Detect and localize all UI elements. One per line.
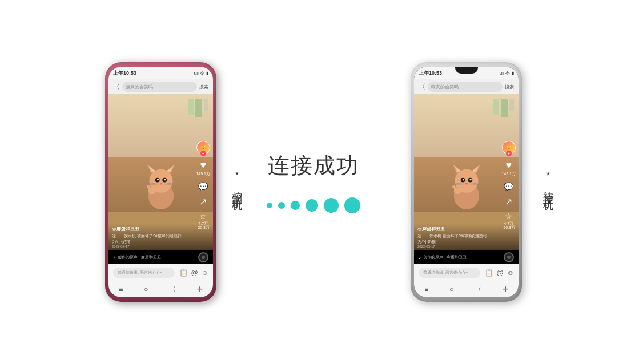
left-phone-wrapper: 上午10:53 ull 令 ▮ 〈 猫真的会笑吗 搜索 xyxy=(105,62,216,302)
right-search-input[interactable]: 猫真的会笑吗 xyxy=(428,82,503,92)
left-nav-bar: ≡ ○ 〈 ✛ xyxy=(108,281,213,297)
right-bottle3 xyxy=(509,99,514,111)
left-nav-menu[interactable]: ≡ xyxy=(119,285,123,293)
right-comment-icon: 💬 xyxy=(504,182,513,191)
left-cat-svg xyxy=(136,157,185,212)
left-nav-plus[interactable]: ✛ xyxy=(197,285,203,293)
right-heart-icon: ♥ xyxy=(505,159,512,171)
right-music-bar: ♪ 创作的原声 · 麻蛋和丑丑 xyxy=(414,250,519,264)
left-video-user: @麻蛋和丑丑 xyxy=(112,226,210,232)
left-heart-button[interactable]: ♥ 149.1万 xyxy=(196,159,210,177)
left-video-desc1: 这……饮水机 被面坏了?#猫咪的迷惑行 xyxy=(112,233,210,238)
right-battery-icon: ▮ xyxy=(512,71,514,76)
right-comment-bar[interactable]: 普通结善缘, 恶言伤心心~ 📋 @ ☺ xyxy=(414,264,519,281)
left-nav-back[interactable]: 〈 xyxy=(169,285,176,294)
right-nav-menu[interactable]: ≡ xyxy=(424,285,428,293)
left-music-icon: ♪ xyxy=(113,255,115,260)
right-side-label: * 被控手机 xyxy=(541,170,555,195)
left-avatar[interactable]: 🐱 + xyxy=(196,141,210,155)
right-comment-action-icons: 📋 @ ☺ xyxy=(485,269,514,277)
left-music-disc xyxy=(198,252,208,262)
left-bottle2 xyxy=(195,99,202,117)
right-phone-inner: 上午10:53 ull 令 ▮ 〈 猫真的会笑吗 搜索 xyxy=(414,67,519,297)
right-star-icon: ☆ xyxy=(505,212,512,221)
right-bg-bottles xyxy=(493,99,514,117)
left-battery-icon: ▮ xyxy=(206,71,208,76)
left-back-arrow[interactable]: 〈 xyxy=(113,82,120,92)
right-phone: 上午10:53 ull 令 ▮ 〈 猫真的会笑吗 搜索 xyxy=(411,62,522,302)
right-nav-home[interactable]: ○ xyxy=(449,285,453,293)
left-comment-placeholder: 普通结善缘, 恶言伤心心~ xyxy=(118,270,162,276)
left-star-icon: ☆ xyxy=(199,212,207,221)
left-follow-badge[interactable]: + xyxy=(200,151,206,156)
left-side-label: * 控制手机 xyxy=(230,170,244,195)
right-at-icon[interactable]: @ xyxy=(497,269,504,277)
left-phone-label: 控制手机 xyxy=(230,183,244,195)
right-back-arrow[interactable]: 〈 xyxy=(419,82,425,92)
left-status-bar: 上午10:53 ull 令 ▮ xyxy=(108,67,213,79)
right-asterisk: * xyxy=(546,170,550,182)
left-bottle1 xyxy=(188,99,194,115)
dot-3 xyxy=(291,201,300,210)
right-avatar[interactable]: 🐱 + xyxy=(502,141,516,155)
left-comment-button[interactable]: 💬 xyxy=(198,181,208,192)
left-share-icon: ↗ xyxy=(199,197,207,207)
right-bottle2 xyxy=(501,99,508,117)
left-bg-bottles xyxy=(188,99,208,117)
right-phone-label: 被控手机 xyxy=(541,183,555,195)
left-video-overlay: 🐱 + ♥ 149.1万 💬 ↗ xyxy=(196,141,210,227)
right-video-overlay: 🐱 + ♥ 149.1万 💬 ↗ xyxy=(501,141,516,227)
right-heart-button[interactable]: ♥ 149.1万 xyxy=(501,159,516,177)
dot-4 xyxy=(306,199,318,212)
left-comment-bar[interactable]: 普通结善缘, 恶言伤心心~ 📋 @ ☺ xyxy=(108,264,213,281)
right-video-area[interactable]: 🐱 + ♥ 149.1万 💬 ↗ xyxy=(414,94,519,250)
right-search-button[interactable]: 搜索 xyxy=(505,84,514,90)
right-comment-input[interactable]: 普通结善缘, 恶言伤心心~ xyxy=(419,268,480,278)
left-emoji-icon[interactable]: 📋 xyxy=(179,269,188,277)
left-smiley-icon[interactable]: ☺ xyxy=(202,269,208,277)
left-status-icons: ull 令 ▮ xyxy=(194,70,208,76)
right-emoji-icon[interactable]: 📋 xyxy=(485,269,493,277)
left-search-button[interactable]: 搜索 xyxy=(199,84,208,90)
center-section: 连接成功 xyxy=(222,151,405,213)
right-nav-bar: ≡ ○ 〈 ✛ xyxy=(414,281,519,297)
svg-point-17 xyxy=(147,185,150,188)
right-video-desc2: 为#小奶猫 xyxy=(417,239,515,244)
right-nav-plus[interactable]: ✛ xyxy=(503,285,508,293)
left-phone: 上午10:53 ull 令 ▮ 〈 猫真的会笑吗 搜索 xyxy=(105,62,216,302)
left-asterisk: * xyxy=(235,170,239,182)
left-at-icon[interactable]: @ xyxy=(191,269,198,277)
svg-point-8 xyxy=(156,179,158,180)
left-signal-icon: ull 令 xyxy=(194,70,204,76)
left-search-input[interactable]: 猫真的会笑吗 xyxy=(122,82,197,92)
left-heart-count: 149.1万 xyxy=(196,171,210,177)
left-video-date: 2022-03-17 xyxy=(112,245,210,248)
dot-2 xyxy=(278,202,285,209)
left-nav-home[interactable]: ○ xyxy=(144,285,148,293)
left-video-area[interactable]: 🐱 + ♥ 149.1万 💬 ↗ xyxy=(108,94,213,250)
right-cat-svg xyxy=(442,157,491,212)
right-nav-back[interactable]: 〈 xyxy=(475,285,481,294)
dot-5 xyxy=(324,198,339,213)
left-view-count: 20.3万 xyxy=(198,225,210,230)
right-follow-badge[interactable]: + xyxy=(506,151,512,156)
left-share-button[interactable]: ↗ xyxy=(199,196,207,207)
svg-point-9 xyxy=(164,179,166,180)
right-comment-button[interactable]: 💬 xyxy=(504,181,513,192)
left-bottle3 xyxy=(204,99,208,111)
right-search-bar[interactable]: 〈 猫真的会笑吗 搜索 xyxy=(414,79,519,94)
dot-6 xyxy=(344,197,360,213)
right-video-user: @麻蛋和丑丑 xyxy=(417,226,515,232)
left-search-bar[interactable]: 〈 猫真的会笑吗 搜索 xyxy=(108,79,213,94)
left-music-text: 创作的原声 · 麻蛋和丑丑 xyxy=(118,254,198,260)
left-phone-inner: 上午10:53 ull 令 ▮ 〈 猫真的会笑吗 搜索 xyxy=(108,67,213,297)
left-music-bar: ♪ 创作的原声 · 麻蛋和丑丑 xyxy=(108,250,213,264)
right-signal-icon: ull 令 xyxy=(500,70,510,76)
right-status-time: 上午10:53 xyxy=(419,70,442,77)
right-music-disc xyxy=(504,252,514,262)
right-share-button[interactable]: ↗ xyxy=(505,196,512,207)
right-bottle1 xyxy=(493,99,499,115)
svg-point-35 xyxy=(452,185,456,188)
left-comment-input[interactable]: 普通结善缘, 恶言伤心心~ xyxy=(113,268,175,278)
right-smiley-icon[interactable]: ☺ xyxy=(507,269,514,277)
